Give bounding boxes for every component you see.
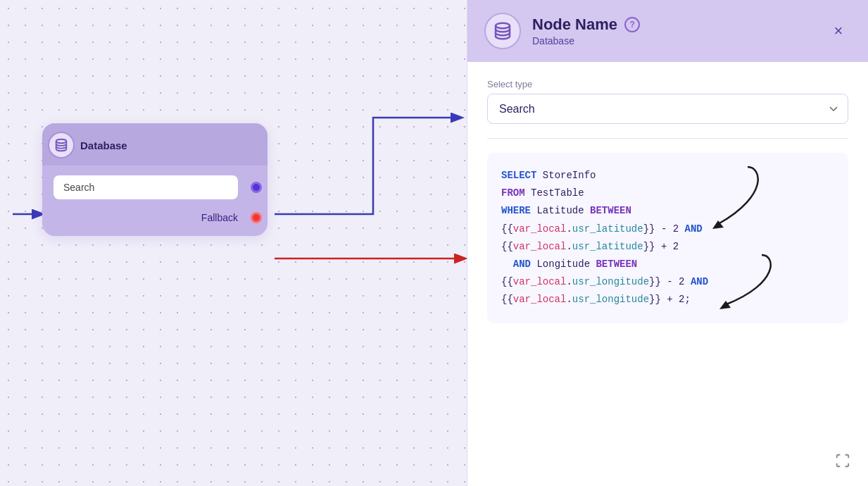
kw-select: SELECT (501, 170, 536, 181)
svg-point-2 (56, 139, 67, 144)
panel-content: Select type Search Insert Update Delete … (467, 62, 868, 486)
var-lng-2: usr_longitude (572, 294, 649, 305)
close-button[interactable]: × (826, 18, 851, 44)
code-line-5: {{var_local.usr_latitude}} + 2 (501, 238, 834, 256)
kw-and-3: AND (691, 276, 708, 287)
close-icon: × (834, 22, 843, 40)
canvas-area: Database Fallback (0, 0, 467, 486)
var-lat-2: usr_latitude (572, 241, 643, 252)
code-line-6: AND Longitude BETWEEN (501, 256, 834, 273)
node-body: Fallback (42, 166, 268, 223)
var-lat-1: usr_latitude (572, 223, 643, 235)
kw-between-1: BETWEEN (590, 205, 631, 216)
search-output-dot (251, 182, 262, 193)
panel-title: Node Name (532, 15, 617, 34)
code-line-8: {{var_local.usr_longitude}} + 2; (501, 291, 834, 309)
divider (487, 138, 848, 139)
var-local-2: var_local (513, 241, 567, 252)
search-row (54, 175, 256, 199)
code-line-3: WHERE Latitude BETWEEN (501, 202, 834, 220)
database-node: Database Fallback (42, 123, 268, 236)
kw-latitude: Latitude (536, 205, 590, 216)
help-icon-label: ? (629, 20, 634, 30)
code-brace-1: {{ (501, 223, 513, 235)
help-icon-button[interactable]: ? (624, 17, 640, 32)
kw-and-2: AND (513, 258, 531, 270)
kw-testtable: TestTable (531, 187, 584, 199)
select-type-field: Select type Search Insert Update Delete (487, 79, 848, 124)
fallback-output-dot (251, 212, 262, 223)
var-lng-1: usr_longitude (572, 276, 649, 287)
var-local-4: var_local (513, 294, 567, 305)
panel-icon-circle (484, 13, 521, 49)
node-header: Database (42, 123, 268, 166)
code-block[interactable]: SELECT StoreInfo FROM TestTable WHERE La… (487, 153, 848, 323)
svg-point-3 (496, 23, 510, 29)
select-type-label: Select type (487, 79, 848, 89)
kw-between-2: BETWEEN (596, 258, 637, 270)
kw-storeinfo: StoreInfo (543, 170, 596, 181)
kw-where: WHERE (501, 205, 531, 216)
fullscreen-button[interactable] (831, 449, 854, 472)
node-search-input[interactable] (54, 175, 238, 199)
kw-and-1: AND (684, 223, 702, 235)
right-panel: Node Name ? Database × Select type Searc… (467, 0, 868, 486)
node-icon-circle (48, 132, 75, 158)
var-local-1: var_local (513, 223, 567, 235)
panel-header-text: Node Name ? Database (532, 15, 814, 46)
database-icon (54, 137, 69, 153)
select-type-dropdown[interactable]: Search Insert Update Delete (487, 94, 848, 124)
var-local-3: var_local (513, 276, 567, 287)
panel-database-icon (492, 20, 513, 42)
fallback-label: Fallback (201, 212, 238, 223)
panel-header: Node Name ? Database × (467, 0, 868, 62)
code-line-4: {{var_local.usr_latitude}} - 2 AND (501, 220, 834, 238)
fullscreen-icon (835, 453, 850, 468)
connector-svg (0, 0, 467, 486)
code-section: SELECT StoreInfo FROM TestTable WHERE La… (487, 153, 848, 323)
fallback-row: Fallback (54, 212, 256, 223)
node-title: Database (80, 139, 127, 151)
panel-subtitle: Database (532, 35, 814, 46)
code-line-7: {{var_local.usr_longitude}} - 2 AND (501, 273, 834, 291)
code-line-2: FROM TestTable (501, 185, 834, 202)
code-line-1: SELECT StoreInfo (501, 167, 834, 185)
kw-from: FROM (501, 187, 525, 199)
panel-title-row: Node Name ? (532, 15, 814, 34)
